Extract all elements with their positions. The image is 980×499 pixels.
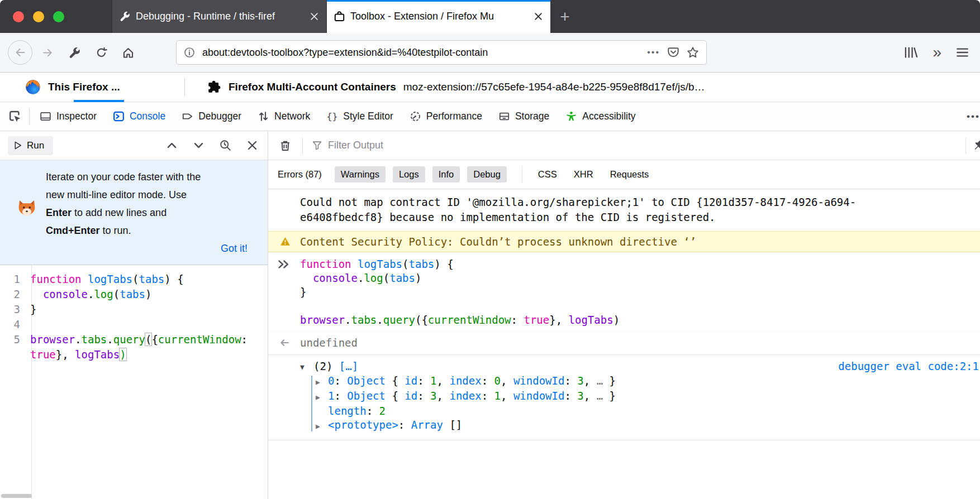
- overflow-chevrons-icon[interactable]: »: [933, 45, 941, 60]
- run-label: Run: [27, 140, 44, 151]
- console-error-message: Could not map contract ID '@mozilla.org/…: [268, 189, 980, 231]
- toolbox-meatball-menu[interactable]: •••: [967, 111, 980, 122]
- input-chevrons-icon: [278, 258, 289, 270]
- source-location-link[interactable]: debugger eval code:2:1: [838, 359, 979, 373]
- devtools-tab-style-editor[interactable]: {}Style Editor: [318, 102, 401, 131]
- home-icon: [122, 47, 134, 59]
- filter-button[interactable]: Warnings: [335, 166, 386, 183]
- extension-puzzle-icon: [207, 80, 221, 94]
- pocket-icon[interactable]: [667, 46, 679, 59]
- devtools-tab-console[interactable]: Console: [105, 102, 174, 131]
- hamburger-menu-icon[interactable]: [956, 47, 969, 58]
- navigation-toolbar: about:devtools-toolbox?type=extension&id…: [0, 33, 980, 73]
- run-button[interactable]: Run: [8, 136, 53, 155]
- devtools-tab-debugger[interactable]: Debugger: [174, 102, 250, 131]
- horizontal-scrollbar-thumb[interactable]: [1, 494, 32, 498]
- devtools-tab-performance[interactable]: Performance: [402, 102, 491, 131]
- tab-title: Debugging - Runtime / this-firef: [136, 11, 304, 22]
- reload-button[interactable]: [91, 42, 111, 63]
- editor-line[interactable]: 1function logTabs(tabs) {: [0, 272, 268, 287]
- warning-icon: [280, 237, 291, 246]
- browser-tab-debugging[interactable]: Debugging - Runtime / this-firef: [112, 0, 327, 33]
- devtools-tab-inspector[interactable]: Inspector: [32, 102, 105, 131]
- url-bar[interactable]: about:devtools-toolbox?type=extension&id…: [176, 40, 707, 65]
- line-number: 1: [0, 272, 26, 287]
- got-it-link[interactable]: Got it!: [221, 239, 248, 257]
- home-button[interactable]: [118, 42, 138, 63]
- node-picker-button[interactable]: [0, 102, 29, 131]
- collapse-twisty-icon[interactable]: ▼: [300, 360, 313, 374]
- url-text[interactable]: about:devtools-toolbox?type=extension&id…: [202, 47, 640, 59]
- accessibility-icon: [566, 111, 577, 122]
- node-picker-icon: [9, 111, 21, 122]
- fox-icon: [17, 197, 37, 217]
- expand-twisty-icon[interactable]: ▶: [316, 374, 328, 389]
- array-children: ▶0: Object { id: 1, index: 0, windowId: …: [311, 374, 980, 433]
- evaluation-history-icon[interactable]: [220, 140, 231, 151]
- close-tab-icon[interactable]: [310, 12, 319, 21]
- console-filter-bar: Errors (87)WarningsLogsInfoDebug CSSXHRR…: [268, 160, 980, 189]
- play-icon: [14, 141, 22, 150]
- browser-tab-toolbox[interactable]: Toolbox - Extension / Firefox Mu: [327, 0, 550, 33]
- tab-title: Toolbox - Extension / Firefox Mu: [350, 11, 528, 22]
- inspector-icon: [40, 111, 51, 122]
- console-toolbar: Filter Output: [268, 131, 980, 160]
- console-output-pane: Filter Output Errors (87)WarningsLogsInf…: [268, 131, 980, 499]
- close-tab-icon[interactable]: [534, 12, 543, 21]
- editor-line[interactable]: 2 console.log(tabs): [0, 287, 268, 302]
- extension-wrench-button[interactable]: [64, 42, 84, 63]
- devtools-tab-storage[interactable]: Storage: [491, 102, 558, 131]
- expand-twisty-icon: [316, 404, 328, 418]
- close-window-button[interactable]: [13, 11, 24, 22]
- console-input-echo: function logTabs(tabs) { console.log(tab…: [268, 252, 980, 332]
- this-firefox-label: This Firefox ...: [48, 81, 120, 93]
- minimize-window-button[interactable]: [33, 11, 44, 22]
- filter-button[interactable]: CSS: [538, 169, 557, 180]
- toolbar-separator: [302, 137, 303, 154]
- editor-line[interactable]: 5browser.tabs.query({currentWindow: true…: [0, 332, 268, 362]
- multiline-editor-pane: Run Iterate on your code faster with the…: [0, 131, 268, 499]
- editor-line[interactable]: 3}: [0, 302, 268, 317]
- devtools-tab-accessibility[interactable]: Accessibility: [558, 102, 644, 131]
- console-icon: [113, 111, 124, 122]
- devtools-tab-network[interactable]: Network: [250, 102, 318, 131]
- wrench-icon: [69, 47, 80, 59]
- new-tab-button[interactable]: +: [550, 0, 579, 33]
- extension-name: Firefox Multi-Account Containers: [229, 81, 396, 93]
- filter-separator: [522, 166, 522, 183]
- line-number: 5: [0, 332, 26, 362]
- library-icon[interactable]: [903, 46, 918, 59]
- line-number: 2: [0, 287, 26, 302]
- object-preview-row: length: 2: [311, 404, 980, 418]
- editor-line[interactable]: 4: [0, 317, 268, 332]
- console-array-result: ▼(2) […] debugger eval code:2:1 ▶0: Obje…: [268, 355, 980, 440]
- page-actions-icon[interactable]: •••: [647, 47, 660, 57]
- toolbox-icon: [334, 11, 345, 22]
- result-arrow-icon: [279, 337, 290, 348]
- code-editor[interactable]: 1function logTabs(tabs) {2 console.log(t…: [0, 265, 268, 499]
- filter-button[interactable]: Logs: [393, 166, 425, 183]
- info-icon[interactable]: [184, 47, 195, 58]
- settings-pin-icon[interactable]: [974, 140, 980, 152]
- filter-button[interactable]: Debug: [467, 166, 507, 183]
- filter-button[interactable]: Info: [432, 166, 460, 183]
- this-firefox-tab[interactable]: This Firefox ...: [0, 73, 184, 102]
- filter-output-input[interactable]: Filter Output: [328, 140, 383, 151]
- forward-button[interactable]: [37, 42, 58, 63]
- clear-console-button[interactable]: [279, 140, 291, 152]
- devtools-tab-bar: InspectorConsoleDebuggerNetwork{}Style E…: [0, 102, 980, 131]
- back-button[interactable]: [8, 40, 32, 65]
- next-expression-button[interactable]: [193, 140, 204, 151]
- close-editor-button[interactable]: [246, 140, 258, 151]
- filter-button[interactable]: Errors (87): [278, 169, 322, 180]
- filter-button[interactable]: Requests: [610, 169, 649, 180]
- expand-twisty-icon[interactable]: ▶: [316, 389, 328, 404]
- expand-twisty-icon[interactable]: ▶: [316, 418, 328, 433]
- editor-toolbar: Run: [0, 131, 268, 160]
- zoom-window-button[interactable]: [53, 11, 64, 22]
- previous-expression-button[interactable]: [166, 140, 178, 151]
- object-preview-row: ▶<prototype>: Array []: [311, 418, 980, 433]
- filter-button[interactable]: XHR: [574, 169, 593, 180]
- bookmark-star-icon[interactable]: [687, 46, 699, 59]
- traffic-lights: [0, 0, 112, 33]
